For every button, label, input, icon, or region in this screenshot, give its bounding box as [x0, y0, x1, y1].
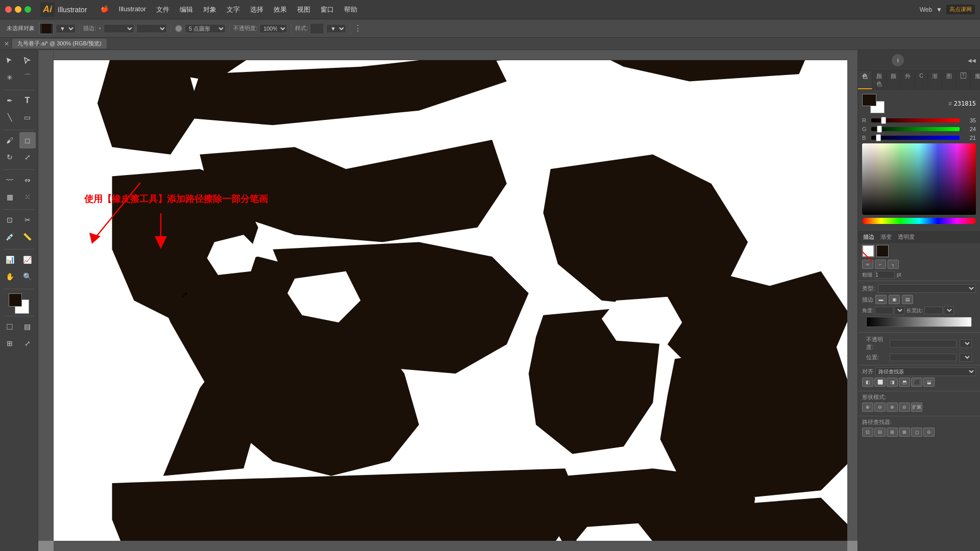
align-top-btn[interactable]: ⬒ [899, 378, 910, 387]
expand-btn[interactable]: 扩展 [911, 403, 922, 412]
menu-file[interactable]: 文件 [152, 4, 174, 15]
position-input[interactable] [890, 354, 957, 361]
artboard-tool[interactable]: ⊡ [2, 212, 18, 228]
foreground-swatch[interactable] [9, 293, 22, 307]
type-tool[interactable]: T [19, 92, 36, 109]
fullscreen-mode[interactable]: ⤢ [19, 335, 36, 352]
align-bottom-btn[interactable]: ⬓ [923, 378, 935, 387]
opacity-input[interactable] [890, 340, 957, 347]
menu-view[interactable]: 视图 [293, 4, 314, 15]
menu-edit[interactable]: 编辑 [176, 4, 197, 15]
merge-btn[interactable]: ⊞ [887, 428, 898, 437]
r-slider-track[interactable] [871, 118, 960, 122]
warp-tool[interactable]: 〰 [2, 172, 18, 188]
direct-selection-tool[interactable] [19, 53, 36, 69]
align-right-btn[interactable]: ◨ [887, 378, 898, 387]
stroke-btn-3[interactable]: ┐ [888, 260, 899, 269]
align-to-select[interactable]: 路径查找器 [875, 367, 976, 376]
angle-unit-select[interactable]: ▼ [894, 306, 904, 315]
symbol-sprayer-tool[interactable]: ⁙ [19, 189, 36, 205]
b-slider-thumb[interactable] [876, 134, 881, 141]
style-swatch[interactable] [310, 23, 324, 34]
menu-help[interactable]: 帮助 [340, 4, 361, 15]
tab-outer[interactable]: 颜 [887, 71, 901, 89]
tab-gradient[interactable]: C [915, 71, 928, 89]
bp-tab-gradient[interactable]: 渐变 [877, 232, 895, 242]
outline-btn[interactable]: ◻ [911, 428, 922, 437]
canvas-content[interactable]: 使用【橡皮擦工具】添加路径擦除一部分笔画 ↗ [54, 60, 857, 541]
opacity-select[interactable]: 100% [259, 24, 287, 33]
close-tab-x[interactable]: ✕ [4, 40, 9, 47]
divide-btn[interactable]: ⊡ [862, 428, 873, 437]
eyedropper-tool[interactable]: 💉 [2, 229, 18, 245]
rect-tool[interactable]: ▭ [19, 109, 36, 126]
hue-bar[interactable] [862, 218, 976, 224]
selection-tool[interactable] [2, 53, 18, 69]
stroke-style-btn-1[interactable]: ▬ [875, 295, 887, 304]
scroll-vertical[interactable] [847, 50, 857, 541]
menu-bar[interactable]: 🍎 Illustrator 文件 编辑 对象 文字 选择 效果 视图 窗口 帮助 [96, 4, 361, 15]
intersect-btn[interactable]: ⊗ [887, 403, 898, 412]
unite-btn[interactable]: ⊕ [862, 403, 873, 412]
close-button[interactable] [5, 6, 12, 13]
trim-btn[interactable]: ⊟ [874, 428, 886, 437]
bp-tab-stroke[interactable]: 描边 [860, 232, 877, 242]
document-tab[interactable]: 九号巷子.ai* @ 300% (RGB/预览) [12, 39, 107, 48]
g-slider-thumb[interactable] [877, 126, 882, 133]
info-icon[interactable]: i [892, 54, 904, 66]
hand-tool[interactable]: ✋ [2, 268, 18, 285]
menu-object[interactable]: 对象 [199, 4, 220, 15]
angle-input[interactable] [875, 307, 893, 314]
fill-color-box[interactable] [39, 23, 54, 34]
zoom-tool[interactable]: 🔍 [19, 268, 36, 285]
minimize-button[interactable] [15, 6, 21, 13]
align-left-btn[interactable]: ◧ [862, 378, 873, 387]
fg-bg-indicator[interactable] [862, 94, 885, 113]
menu-window[interactable]: 窗口 [316, 4, 338, 15]
tab-color[interactable]: 色 [858, 71, 872, 89]
scale-tool[interactable]: ⤢ [19, 149, 36, 165]
line-tool[interactable]: ╲ [2, 109, 18, 126]
magic-wand-tool[interactable]: ✳ [2, 69, 18, 86]
tab-c[interactable]: 外 [901, 71, 915, 89]
crop-btn[interactable]: ⊠ [899, 428, 910, 437]
lasso-tool[interactable]: ⌒ [19, 69, 36, 86]
exclude-btn[interactable]: ⊘ [899, 403, 910, 412]
normal-mode[interactable]: □ [2, 318, 18, 335]
stroke-weight-input[interactable] [874, 271, 895, 279]
rotate-tool[interactable]: ↻ [2, 149, 18, 165]
tab-grad2[interactable]: 渐 [928, 71, 942, 89]
stroke-swatch-white[interactable] [862, 245, 874, 257]
tab-pantone[interactable]: 颜色 [872, 71, 887, 89]
ratio-unit-select[interactable]: ▼ [944, 306, 954, 315]
r-slider-thumb[interactable] [881, 117, 886, 124]
fg-color-indicator[interactable] [862, 94, 876, 106]
style-select[interactable]: ▼ [326, 24, 346, 33]
align-center-btn[interactable]: ⬜ [874, 378, 886, 387]
measure-tool[interactable]: 📏 [19, 229, 36, 245]
graph-tool[interactable]: 📊 [2, 252, 18, 268]
minus-back-btn[interactable]: ⊝ [923, 428, 935, 437]
opacity-unit-select[interactable]: ▼ [960, 339, 972, 348]
stroke-select[interactable] [104, 24, 134, 33]
more-options-icon[interactable]: ⋮ [354, 23, 362, 33]
menu-effect[interactable]: 效果 [270, 4, 291, 15]
tab-magic[interactable]: 魔 [971, 71, 980, 89]
collapse-panel-btn[interactable]: ◀◀ [968, 58, 976, 63]
color-spectrum[interactable] [862, 143, 976, 215]
stroke-style-btn-2[interactable]: ▣ [889, 295, 900, 304]
stroke-style-btn-3[interactable]: ▤ [902, 295, 913, 304]
menu-illustrator[interactable]: Illustrator [115, 4, 150, 15]
scroll-horizontal[interactable] [54, 541, 847, 551]
column-graph-tool[interactable]: ▦ [2, 189, 18, 205]
menu-text[interactable]: 文字 [223, 4, 244, 15]
menu-apple[interactable]: 🍎 [96, 4, 113, 15]
bar-chart-tool[interactable]: 📈 [19, 252, 36, 268]
gradient-type-select[interactable] [878, 284, 976, 293]
maximize-button[interactable] [24, 6, 31, 13]
brush-select[interactable]: 5 点圆形 [185, 24, 226, 33]
paintbrush-tool[interactable]: 🖌 [2, 132, 18, 148]
width-tool[interactable]: ⇔ [19, 172, 36, 188]
draw-inside-mode[interactable]: ▤ [19, 318, 36, 335]
eraser-tool[interactable]: ◻ [19, 132, 36, 148]
